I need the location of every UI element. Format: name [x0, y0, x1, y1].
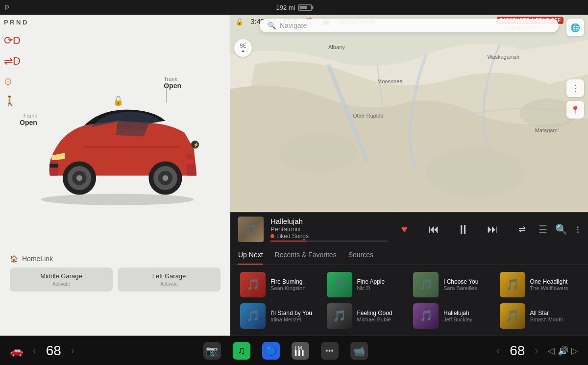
more-apps-button[interactable]: •••	[321, 342, 339, 360]
queue-song-artist-7: Jeff Buckley	[443, 316, 492, 322]
tab-recents[interactable]: Recents & Favorites	[275, 246, 337, 265]
speed-right-prev[interactable]: ‹	[497, 345, 500, 356]
regen-icon: ⇌D	[4, 55, 21, 68]
volume-icon: 🔊	[558, 345, 568, 356]
speed-right-next[interactable]: ›	[535, 345, 538, 356]
map-compass[interactable]: SE ▲	[234, 39, 252, 57]
song-title: Hallelujah	[270, 217, 388, 225]
compass-dir: SE	[240, 43, 246, 49]
tab-sources[interactable]: Sources	[348, 246, 373, 265]
pause-button[interactable]: ⏸	[453, 219, 473, 239]
progress-bar[interactable]	[270, 241, 388, 242]
queue-thumb-7: 🎵	[413, 303, 439, 329]
middle-garage-sub: Activate	[52, 281, 70, 287]
map-right-controls: 🌐 ⋮ 📍	[566, 19, 584, 119]
song-artist: Pentatonix	[270, 225, 388, 233]
queue-song-artist-3: Sara Bareilles	[443, 285, 492, 291]
speed-left-next[interactable]: ›	[71, 345, 74, 356]
map-label-albany: Albany	[328, 44, 345, 50]
queue-song-info-1: Fire Burning Sean Kingston	[270, 278, 319, 291]
middle-garage-button[interactable]: Middle Garage Activate	[10, 268, 113, 292]
queue-tabs: Up Next Recents & Favorites Sources	[230, 246, 588, 265]
queue-thumb-8: 🎵	[500, 303, 525, 329]
volume-up-icon[interactable]: ▷	[571, 345, 578, 356]
queue-section: Up Next Recents & Favorites Sources 🎵 Fi…	[230, 246, 588, 336]
search-music-button[interactable]: 🔍	[555, 223, 567, 235]
bluetooth-button[interactable]: 🔵	[262, 342, 280, 360]
album-art-inner: 🎵	[238, 217, 264, 242]
liked-dot	[270, 234, 274, 238]
left-garage-button[interactable]: Left Garage Activate	[118, 268, 220, 292]
queue-song-title-1: Fire Burning	[270, 278, 319, 285]
spotify-button[interactable]: ♫	[233, 342, 250, 360]
queue-item-1[interactable]: 🎵 Fire Burning Sean Kingston	[236, 269, 323, 300]
progress-fill	[270, 241, 306, 242]
queue-song-info-5: I'll Stand by You Idina Menzel	[270, 310, 319, 322]
speed-left-prev[interactable]: ‹	[33, 345, 36, 356]
homelink-label: HomeLink	[22, 255, 53, 263]
queue-song-title-4: One Headlight	[530, 278, 579, 285]
music-right-controls: ☰ 🔍 ⫶	[539, 223, 580, 235]
speed-right: 68	[510, 343, 525, 359]
car-image: ⚡	[15, 69, 220, 225]
queue-button[interactable]: ☰	[539, 223, 547, 235]
queue-thumb-2: 🎵	[327, 272, 352, 297]
camera-app-button[interactable]: 📷	[203, 342, 221, 360]
tab-up-next[interactable]: Up Next	[238, 246, 263, 265]
queue-song-info-2: Fine Apple Nic D	[357, 278, 406, 291]
map-menu-button[interactable]: ⋮	[566, 79, 584, 97]
range-icon: ⟳D	[4, 34, 21, 47]
homelink-section: 🏠 HomeLink Middle Garage Activate Left G…	[10, 255, 220, 292]
map-globe-button[interactable]: 🌐	[566, 19, 584, 36]
car-svg: ⚡	[22, 83, 213, 211]
map-lock-icon: 🔒	[235, 18, 244, 25]
song-info: Hallelujah Pentatonix Liked Songs	[270, 217, 388, 242]
battery-icon	[298, 4, 312, 11]
queue-song-artist-2: Nic D	[357, 285, 406, 291]
queue-item-2[interactable]: 🎵 Fine Apple Nic D	[323, 269, 410, 300]
map-area[interactable]: Albany Saskatchewan Moosonee Waskaganish…	[230, 15, 588, 212]
top-bar: P 192 mi	[0, 0, 588, 15]
svg-rect-2	[185, 159, 195, 164]
top-bar-center: 192 mi	[276, 4, 312, 11]
queue-song-artist-4: The Wallflowers	[530, 285, 579, 291]
map-search-bar[interactable]: 🔍 Navigate	[260, 19, 559, 32]
fm-label: FM▌▌▌	[295, 346, 305, 356]
next-button[interactable]: ⏭	[483, 219, 502, 239]
svg-point-0	[41, 194, 194, 205]
queue-song-title-6: Feeling Good	[357, 310, 406, 316]
queue-thumb-6: 🎵	[327, 303, 352, 329]
volume-down-icon[interactable]: ◁	[548, 345, 555, 356]
dashcam-button[interactable]: 📹	[350, 342, 368, 360]
bottom-center: 📷 ♫ 🔵 FM▌▌▌ ••• 📹	[203, 342, 368, 360]
queue-item-6[interactable]: 🎵 Feeling Good Michael Bublé	[323, 300, 410, 332]
gear-selector: P R N D	[4, 19, 27, 26]
previous-button[interactable]: ⏮	[424, 219, 443, 239]
battery-fill	[300, 6, 307, 9]
equalizer-button[interactable]: ⫶	[575, 224, 580, 235]
gear-indicator: P	[5, 4, 11, 11]
search-placeholder: Navigate	[280, 22, 307, 29]
queue-item-5[interactable]: 🎵 I'll Stand by You Idina Menzel	[236, 300, 323, 332]
fm-radio-button[interactable]: FM▌▌▌	[292, 342, 309, 360]
queue-grid: 🎵 Fire Burning Sean Kingston 🎵 Fine Appl…	[230, 265, 588, 336]
svg-point-10	[163, 175, 169, 181]
queue-song-artist-5: Idina Menzel	[270, 316, 319, 322]
map-label-moosonee: Moosonee	[377, 78, 402, 84]
queue-item-7[interactable]: 🎵 Hallelujah Jeff Buckley	[409, 300, 496, 332]
song-playlist: Liked Songs	[270, 233, 388, 240]
left-panel: P R N D ⟳D ⇌D ⊙ 🚶 Frunk Open Trunk Open …	[0, 15, 230, 336]
like-button[interactable]: ♥	[394, 219, 414, 239]
bottom-right: ‹ 68 › ◁ 🔊 ▷	[497, 343, 579, 359]
map-pin-button[interactable]: 📍	[566, 101, 584, 119]
queue-item-8[interactable]: 🎵 All Star Smash Mouth	[496, 300, 583, 332]
homelink-buttons: Middle Garage Activate Left Garage Activ…	[10, 268, 220, 292]
volume-control[interactable]: ◁ 🔊 ▷	[548, 345, 578, 356]
right-panel: Albany Saskatchewan Moosonee Waskaganish…	[230, 15, 588, 336]
shuffle-button[interactable]: ⇌	[512, 219, 532, 239]
car-bottom-icon[interactable]: 🚗	[10, 344, 23, 357]
queue-item-3[interactable]: 🎵 I Choose You Sara Bareilles	[409, 269, 496, 300]
queue-item-4[interactable]: 🎵 One Headlight The Wallflowers	[496, 269, 583, 300]
queue-song-info-8: All Star Smash Mouth	[530, 310, 579, 322]
homelink-title: 🏠 HomeLink	[10, 255, 220, 263]
